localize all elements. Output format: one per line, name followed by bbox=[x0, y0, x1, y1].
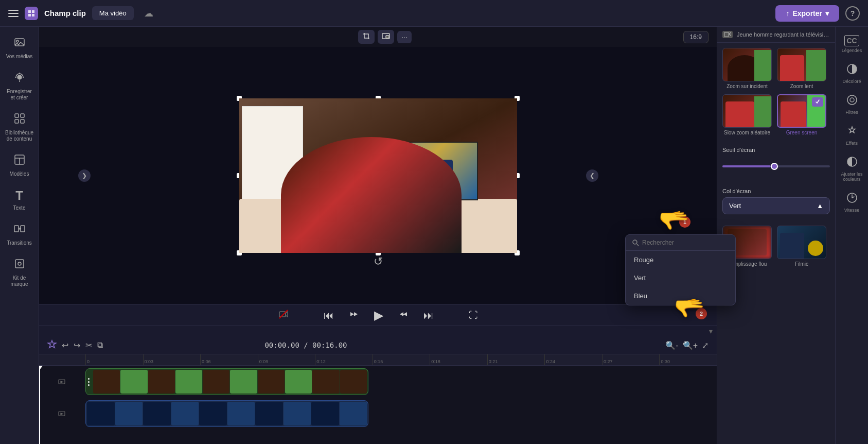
dropdown-search-input[interactable] bbox=[642, 239, 729, 246]
ruler-mark: 0:15 bbox=[373, 354, 430, 365]
slider-thumb[interactable] bbox=[771, 163, 778, 170]
svg-rect-11 bbox=[21, 226, 25, 232]
sidebar-item-label: Transitions bbox=[7, 240, 32, 246]
video-clip-1[interactable] bbox=[85, 368, 368, 395]
effect-zoom-incident[interactable]: Zoom sur incident bbox=[722, 48, 772, 89]
playback-controls: ⏮ ▶ ⏭ ⛶ bbox=[39, 304, 717, 326]
svg-rect-0 bbox=[15, 39, 24, 46]
zoom-out-button[interactable]: 🔍- bbox=[665, 340, 678, 350]
svg-point-26 bbox=[633, 240, 637, 244]
panel-video-icon bbox=[722, 31, 733, 38]
active-tab[interactable]: Ma vidéo bbox=[92, 6, 134, 20]
svg-point-2 bbox=[17, 75, 22, 79]
ruler-mark: 0:12 bbox=[315, 354, 373, 365]
rewind-button[interactable] bbox=[348, 309, 360, 322]
effect-filmic[interactable]: Filmic bbox=[777, 226, 826, 267]
selected-badge bbox=[812, 97, 823, 107]
skip-end-button[interactable]: ⏭ bbox=[423, 310, 434, 321]
library-icon bbox=[13, 112, 26, 128]
copy-button[interactable]: ⧉ bbox=[97, 340, 103, 350]
app-title: Champ clip bbox=[44, 9, 86, 18]
sidebar-item-legendes[interactable]: CC Légendes bbox=[838, 32, 866, 56]
fit-button[interactable]: ⤢ bbox=[702, 340, 708, 350]
sidebar-item-texte[interactable]: T Texte bbox=[2, 184, 37, 215]
ruler-mark: 0:24 bbox=[544, 354, 602, 365]
dropdown-option-rouge[interactable]: Rouge bbox=[626, 251, 735, 269]
sidebar-item-label: Enregistrer et créer bbox=[4, 89, 35, 101]
skip-start-button[interactable]: ⏮ bbox=[324, 310, 334, 321]
svg-point-23 bbox=[850, 98, 854, 102]
track-label-2 bbox=[39, 398, 84, 430]
sidebar-item-label: Texte bbox=[13, 205, 26, 211]
ruler-mark: 0:03 bbox=[143, 354, 201, 365]
playhead[interactable] bbox=[39, 366, 40, 444]
transitions-icon bbox=[13, 223, 26, 238]
timeline-collapse-button[interactable]: ▾ bbox=[709, 327, 713, 335]
svg-rect-10 bbox=[14, 226, 19, 232]
effect-row-1: Zoom sur incident Zoom lent bbox=[722, 48, 830, 89]
export-button[interactable]: ↑ Exporter ▾ bbox=[775, 5, 839, 22]
track-row-2 bbox=[85, 398, 717, 430]
right-icon-sidebar: CC Légendes Décoloré Filtres bbox=[835, 27, 868, 444]
seuil-slider[interactable] bbox=[722, 165, 830, 167]
sidebar-item-kit[interactable]: Kit de marque bbox=[2, 253, 37, 292]
fullscreen-button[interactable]: ⛶ bbox=[469, 310, 478, 321]
panel-title: Jeune homme regardant la télévision... bbox=[737, 31, 830, 38]
kit-icon bbox=[13, 258, 26, 273]
help-button[interactable]: ? bbox=[845, 6, 860, 21]
more-button[interactable]: ··· bbox=[397, 31, 412, 43]
pip-button[interactable] bbox=[378, 30, 394, 44]
sidebar-item-enregistrer[interactable]: Enregistrer et créer bbox=[2, 67, 37, 105]
collapse-left-button[interactable]: ❯ bbox=[78, 169, 91, 182]
video-clip-2[interactable] bbox=[85, 400, 368, 427]
sidebar-item-ajuster[interactable]: Ajuster les couleurs bbox=[838, 153, 866, 185]
rotate-handle[interactable]: ↺ bbox=[374, 255, 383, 268]
sidebar-item-label: Modèles bbox=[10, 171, 29, 177]
video-frame-content bbox=[239, 98, 517, 253]
menu-icon[interactable] bbox=[8, 10, 19, 17]
effect-green-screen[interactable]: Green screen bbox=[777, 94, 826, 135]
effect-zoom-lent[interactable]: Zoom lent bbox=[777, 48, 826, 89]
cloud-icon: ☁ bbox=[144, 8, 153, 19]
ruler-mark: 0:27 bbox=[602, 354, 660, 365]
sidebar-item-vitesse[interactable]: Vitesse bbox=[838, 189, 866, 216]
redo-button[interactable]: ↪ bbox=[74, 340, 80, 350]
sidebar-item-modeles[interactable]: Modèles bbox=[2, 149, 37, 181]
magic-clip-button[interactable] bbox=[47, 339, 57, 351]
ratio-badge[interactable]: 16:9 bbox=[683, 31, 708, 43]
timeline-area: ▾ ↩ ↪ ✂ ⧉ 00:00.00 / 00:16.00 🔍- 🔍+ ⤢ bbox=[39, 326, 717, 444]
cc-icon: CC bbox=[844, 35, 859, 46]
sidebar-item-filtres[interactable]: Filtres bbox=[838, 91, 866, 118]
col-dropdown-button[interactable]: Vert ▲ bbox=[722, 197, 830, 214]
green-screen-label: Green screen bbox=[777, 130, 826, 135]
sidebar-item-medias[interactable]: Vos médias bbox=[2, 32, 37, 64]
cut-button[interactable]: ✂ bbox=[85, 340, 92, 350]
svg-rect-12 bbox=[15, 260, 24, 268]
sidebar-item-bibliotheque[interactable]: Bibliothèque de contenu bbox=[2, 108, 37, 146]
undo-button[interactable]: ↩ bbox=[62, 340, 68, 350]
preview-toolbar: ··· 16:9 bbox=[39, 27, 717, 47]
templates-icon bbox=[13, 153, 26, 169]
sidebar-item-transitions[interactable]: Transitions bbox=[2, 218, 37, 250]
effect-slow-zoom[interactable]: Slow zoom aléatoire bbox=[722, 94, 772, 135]
play-button[interactable]: ▶ bbox=[374, 308, 383, 322]
video-frame: ↺ bbox=[239, 98, 517, 253]
zoom-in-button[interactable]: 🔍+ bbox=[683, 340, 698, 350]
dropdown-option-vert[interactable]: Vert bbox=[626, 269, 735, 287]
sidebar-item-decolore[interactable]: Décoloré bbox=[838, 60, 866, 87]
chevron-up-icon: ▲ bbox=[817, 202, 823, 210]
main-layout: Vos médias Enregistrer et créer Biblioth… bbox=[0, 27, 868, 444]
sidebar-item-effets[interactable]: Effets bbox=[838, 122, 866, 149]
video-preview-container: ··· 16:9 ❯ ❮ bbox=[39, 27, 717, 326]
svg-point-22 bbox=[847, 95, 857, 105]
collapse-right-button[interactable]: ❮ bbox=[586, 169, 598, 182]
video-canvas: ❯ ❮ bbox=[39, 47, 717, 304]
effect-thumbnails: Zoom sur incident Zoom lent bbox=[722, 48, 830, 267]
ruler-mark: 0:21 bbox=[487, 354, 545, 365]
forward-button[interactable] bbox=[398, 309, 409, 322]
slider-fill bbox=[722, 165, 771, 167]
zoom-controls: 🔍- 🔍+ ⤢ bbox=[665, 340, 708, 350]
camera-off-button[interactable] bbox=[278, 309, 289, 322]
svg-rect-5 bbox=[15, 119, 19, 123]
crop-button[interactable] bbox=[358, 30, 375, 44]
